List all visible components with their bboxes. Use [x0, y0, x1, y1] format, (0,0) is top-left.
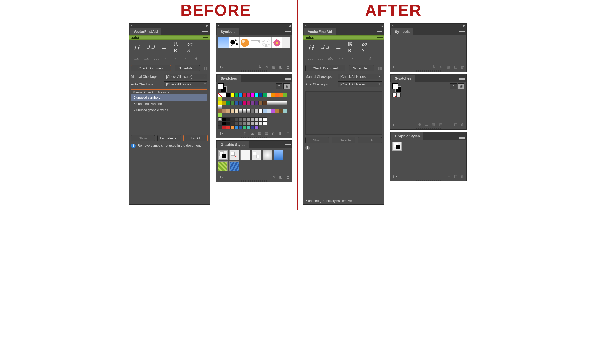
swatch-cell[interactable]	[255, 125, 259, 129]
swatch-cell[interactable]	[255, 109, 259, 113]
swatch-cell[interactable]	[267, 93, 271, 97]
tool-stylistic-icon[interactable]: ᔕ S	[187, 43, 196, 51]
tool-box-3-icon[interactable]: ▭	[357, 54, 365, 62]
swatch-cell[interactable]	[283, 109, 287, 113]
symbol-thumbnails[interactable]	[218, 37, 290, 48]
tab-symbols[interactable]: Symbols	[217, 28, 239, 35]
swatch-cell[interactable]	[218, 101, 222, 105]
swatch-cell[interactable]	[259, 121, 263, 125]
swatch-cell[interactable]	[271, 109, 275, 113]
library-icon[interactable]: ⫿⫿◂	[218, 131, 223, 135]
list-view-button[interactable]: ≡	[276, 83, 282, 89]
swatch-cell[interactable]	[263, 121, 267, 125]
show-button[interactable]: Show	[131, 135, 155, 141]
swatch-cell[interactable]	[226, 121, 230, 125]
panel-menu-icon[interactable]	[377, 31, 382, 35]
swatch-cell[interactable]	[222, 101, 226, 105]
tab-vectorfirstaid[interactable]: VectorFirstAid	[304, 28, 336, 35]
library-icon[interactable]: ⫿⫿◂	[218, 65, 223, 69]
swatch-cell[interactable]	[267, 101, 271, 105]
panel-menu-icon[interactable]	[285, 77, 291, 82]
swatch-cell[interactable]	[222, 93, 226, 97]
swatch-cell[interactable]	[275, 109, 279, 113]
panel-menu-icon[interactable]	[459, 77, 465, 82]
collapse-icon[interactable]: ❮❮	[288, 24, 291, 27]
fix-all-button[interactable]: Fix All	[184, 135, 207, 141]
collapse-icon[interactable]: ❮❮	[206, 24, 208, 27]
tool-registration-icon[interactable]: ℝ R	[348, 43, 356, 51]
close-icon[interactable]: ✕	[130, 24, 132, 27]
fix-selected-button[interactable]: Fix Selected	[157, 135, 181, 141]
swatch-cell[interactable]	[255, 93, 259, 97]
swatch-cell[interactable]	[226, 117, 230, 121]
schedule-button[interactable]: Schedule…	[349, 65, 374, 71]
auto-checkups-dropdown[interactable]: [Check All Issues]▼	[338, 81, 382, 87]
arrow-icon[interactable]: ↳	[258, 65, 262, 69]
tool-registration-icon[interactable]: ℝ R	[174, 43, 182, 51]
tool-box-3-icon[interactable]: ▭	[183, 54, 190, 62]
swatch-cell[interactable]	[259, 109, 263, 113]
swatch-cell[interactable]	[218, 93, 222, 97]
resize-grip[interactable]	[241, 70, 267, 72]
swatch-cell[interactable]	[246, 125, 251, 129]
manual-checkups-dropdown[interactable]: [Check All Issues]▼	[338, 74, 382, 79]
swatch-cell[interactable]	[283, 93, 287, 97]
swatch-cell[interactable]	[230, 117, 234, 121]
tool-stylistic-icon[interactable]: ᔕ S	[362, 43, 370, 51]
swatch-cell[interactable]	[238, 109, 242, 113]
tool-smooth-icon[interactable]: ᒧ ᒧ	[320, 43, 329, 51]
pause-icon[interactable]: ▮▮	[378, 66, 382, 71]
library-icon[interactable]: ⫿⫿◂	[392, 65, 398, 69]
swatch-cell[interactable]	[251, 101, 255, 105]
check-document-button[interactable]: Check Document	[305, 65, 345, 71]
swatch-cell[interactable]	[234, 93, 238, 97]
tool-abc-3-icon[interactable]: abc	[327, 54, 334, 62]
panel-menu-icon[interactable]	[285, 31, 291, 35]
swatch-cell[interactable]	[259, 101, 263, 105]
resize-grip[interactable]	[416, 180, 441, 181]
swatch-cell[interactable]	[238, 121, 242, 125]
swatch-cell[interactable]	[218, 105, 222, 109]
swatch-cell[interactable]	[242, 121, 246, 125]
swatch-cell[interactable]	[283, 101, 287, 105]
share-icon[interactable]: ⚙	[243, 131, 247, 136]
tab-swatches[interactable]: Swatches	[217, 75, 241, 82]
swatch-cell[interactable]	[246, 101, 251, 105]
cloud-icon[interactable]: ☁	[250, 131, 254, 136]
result-row[interactable]: 7 unused graphic styles	[131, 107, 207, 113]
result-row[interactable]: 53 unused swatches	[131, 101, 207, 107]
tool-abc-2-icon[interactable]: abc	[317, 54, 324, 62]
swatch-cell[interactable]	[242, 93, 246, 97]
swatch-cell[interactable]	[246, 109, 251, 113]
tab-swatches[interactable]: Swatches	[391, 75, 415, 82]
swatch-cell[interactable]	[263, 109, 267, 113]
auto-checkups-dropdown[interactable]: [Check All Issues]▼	[164, 81, 207, 87]
swatch-cell[interactable]	[230, 125, 234, 129]
swatch-cell[interactable]	[234, 121, 238, 125]
collapse-icon[interactable]: ❮❮	[380, 24, 383, 27]
tab-graphic-styles[interactable]: Graphic Styles	[391, 132, 423, 140]
swatch-cell[interactable]	[222, 125, 226, 129]
trash-icon[interactable]: 🗑	[286, 175, 290, 179]
swatch-cell[interactable]	[279, 101, 283, 105]
panel-menu-icon[interactable]	[285, 144, 291, 148]
close-icon[interactable]: ✕	[392, 24, 394, 27]
swatch-cell[interactable]	[238, 125, 242, 129]
panel-menu-icon[interactable]	[202, 31, 208, 35]
list-icon[interactable]: ▤	[265, 131, 268, 136]
tool-a-up-icon[interactable]: A↑	[368, 54, 375, 62]
library-icon[interactable]: ⫿⫿◂	[392, 174, 398, 178]
tool-align-icon[interactable]: ☰	[160, 43, 168, 51]
crown-menu-icon[interactable]	[377, 35, 383, 40]
swatch-cell[interactable]	[218, 117, 222, 121]
swatch-cell[interactable]	[218, 113, 222, 117]
close-icon[interactable]: ✕	[305, 24, 307, 27]
folder-icon[interactable]: 🗀	[272, 131, 276, 136]
swatch-cell[interactable]	[275, 101, 279, 105]
tool-align-icon[interactable]: ☰	[334, 43, 343, 51]
tab-graphic-styles[interactable]: Graphic Styles	[217, 141, 249, 148]
tool-box-1-icon[interactable]: ▭	[163, 54, 170, 62]
tab-symbols[interactable]: Symbols	[391, 28, 413, 35]
link-break-icon[interactable]: ∾	[272, 175, 276, 179]
close-icon[interactable]: ✕	[217, 24, 220, 27]
